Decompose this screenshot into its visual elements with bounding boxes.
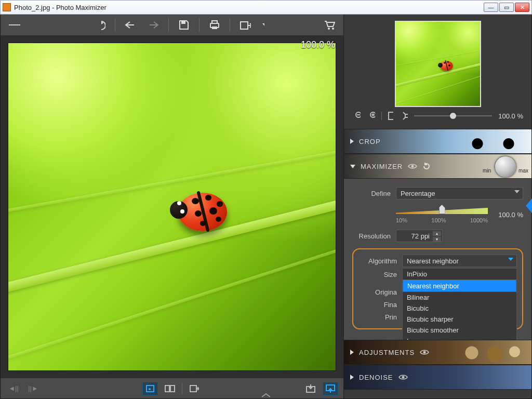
algorithm-option[interactable]: Bilinear [403,292,516,303]
svg-point-19 [423,351,426,354]
cart-button[interactable] [321,16,338,34]
open-folder-button[interactable] [187,382,202,395]
undo-button[interactable] [91,16,109,34]
svg-rect-2 [212,21,217,23]
zoom-out-button[interactable] [352,110,364,122]
maximizer-panel-header[interactable]: MAXIMIZER min max [344,154,531,179]
svg-rect-17 [405,114,408,117]
menu-button[interactable] [6,16,23,34]
print-button[interactable] [206,16,223,34]
print-label: Prin [358,313,397,321]
view-single-button[interactable] [142,382,158,395]
denoise-panel-header[interactable]: DENOISE [344,365,531,390]
nav-next-button[interactable]: ||► [25,382,41,395]
crop-panel-title: CROP [359,138,381,145]
image-preview [8,43,336,371]
footer-expand-icon[interactable] [261,393,271,398]
svg-point-20 [402,376,404,379]
define-select-value: Percentage [401,190,435,197]
scale-slider[interactable] [396,206,488,216]
zoom-value-label: 100.0 % [495,112,523,120]
navigator-panel: 100.0 % [344,15,531,129]
separator [182,383,182,394]
chevron-down-icon [514,190,520,193]
window-maximize-button[interactable]: ▭ [499,3,514,12]
save-button[interactable] [175,16,193,34]
zoom-fit-button[interactable] [385,110,396,122]
crop-panel-header[interactable]: CROP [344,129,531,154]
algorithm-option[interactable]: InPixio [403,269,516,280]
resolution-value: 72 ppi [411,232,430,240]
algorithm-option[interactable]: Nearest neighbor [403,280,516,292]
scale-value-label: 100.0 % [493,211,523,219]
zoom-in-button[interactable] [367,110,378,122]
zoom-actual-button[interactable] [400,110,411,122]
scale-tick-100: 100% [431,217,446,223]
algorithm-option[interactable]: Bicubic smoother [403,325,516,336]
export-dropdown-button[interactable] [259,16,268,34]
svg-point-5 [328,28,330,30]
visibility-icon[interactable] [420,349,429,355]
final-label: Fina [358,301,397,309]
window-minimize-button[interactable]: — [484,3,498,12]
export-button[interactable] [236,16,254,34]
dial-min-label: min [483,168,491,174]
window-titlebar: Photo_2.jpg - Photo Maximizer — ▭ ✕ [0,0,532,15]
define-select[interactable]: Percentage [396,187,523,200]
resolution-step-down[interactable]: ▼ [433,237,441,242]
reset-icon[interactable] [422,162,431,170]
view-compare-button[interactable] [162,382,178,395]
original-label: Origina [358,288,397,296]
back-button[interactable] [122,16,139,34]
svg-point-8 [149,388,151,390]
image-canvas[interactable]: 100.0 % [1,35,343,378]
denoise-panel-title: DENOISE [359,374,393,381]
maximizer-panel-body: Define Percentage 10% 100% 1000% [344,179,531,340]
svg-rect-4 [241,22,248,29]
svg-rect-11 [190,385,196,392]
algorithm-highlight-box: Algorithm Nearest neighbor Size Origina … [352,248,523,329]
chevron-down-icon [508,258,513,261]
expand-icon [350,139,354,144]
resolution-step-up[interactable]: ▲ [433,231,441,237]
zoom-slider[interactable] [414,112,492,120]
algorithm-dropdown-list[interactable]: InPixioNearest neighborBilinearBicubicBi… [402,268,517,347]
import-button[interactable] [303,382,318,395]
dial-max-label: max [518,168,528,174]
navigator-thumbnail[interactable] [395,21,481,107]
expand-icon [350,375,354,380]
canvas-zoom-label: 100.0 % [301,39,335,50]
svg-rect-10 [170,385,175,392]
algorithm-select[interactable]: Nearest neighbor [402,255,517,267]
adjustments-panel-title: ADJUSTMENTS [359,349,415,356]
algorithm-option[interactable]: Bicubic sharper [403,314,516,325]
define-label: Define [352,190,391,197]
svg-rect-16 [389,112,393,119]
algorithm-option[interactable]: Bicubic [403,303,516,314]
maximizer-panel-title: MAXIMIZER [361,163,403,170]
main-toolbar [1,15,343,35]
svg-rect-3 [212,26,217,29]
app-icon [3,3,11,11]
size-label: Size [358,271,397,278]
window-title: Photo_2.jpg - Photo Maximizer [14,4,484,11]
resolution-input[interactable]: 72 ppi ▲▼ [396,230,443,242]
export-image-button[interactable] [323,382,338,395]
window-close-button[interactable]: ✕ [515,3,529,12]
scale-tick-10: 10% [396,217,407,223]
bottom-toolbar: ◄|| ||► [1,378,343,398]
collapse-icon [350,165,355,168]
resolution-label: Resolution [352,232,391,240]
nav-prev-button[interactable]: ◄|| [6,382,21,395]
svg-rect-9 [165,385,169,392]
visibility-icon[interactable] [398,374,408,380]
dial-icon [495,156,516,177]
svg-rect-0 [181,21,185,24]
svg-point-18 [411,165,414,168]
adjustments-panel-header[interactable]: ADJUSTMENTS [344,340,531,365]
visibility-icon[interactable] [408,163,417,169]
algorithm-label: Algorithm [358,257,397,265]
svg-point-6 [332,28,334,30]
forward-button[interactable] [144,16,162,34]
scale-tick-1000: 1000% [470,217,488,223]
